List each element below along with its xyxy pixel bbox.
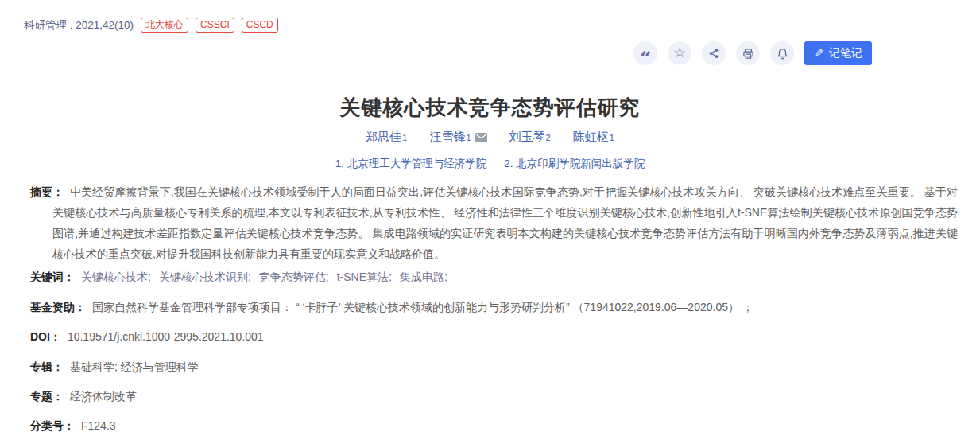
doi-section: DOI：10.19571/j.cnki.1000-2995.2021.10.00… — [30, 329, 958, 345]
fund-section: 基金资助：国家自然科学基金管理科学部专项项目： “ ‘卡脖子’ 关键核心技术领域… — [30, 299, 958, 315]
album-value: 基础科学; 经济与管理科学 — [70, 360, 199, 373]
favorite-button[interactable]: ☆ — [668, 41, 691, 65]
journal-source-row: 科研管理 . 2021,42(10) 北大核心 CSSCI CSCD — [24, 18, 278, 33]
abstract-text: 中美经贸摩擦背景下,我国在关键核心技术领域受制于人的局面日益突出,评估关键核心技… — [52, 185, 958, 260]
abstract-section: 摘要：中美经贸摩擦背景下,我国在关键核心技术领域受制于人的局面日益突出,评估关键… — [30, 181, 958, 264]
affiliation-link[interactable]: 1. 北京理工大学管理与经济学院 — [335, 157, 487, 171]
fund-project-link[interactable]: 国家自然科学基金管理科学部专项项目： “ ‘卡脖子’ 关键核心技术领域的创新能力… — [92, 301, 753, 313]
topic-value: 经济体制改革 — [70, 390, 137, 403]
keyword-link[interactable]: t-SNE算法; — [337, 271, 392, 283]
share-button[interactable] — [702, 41, 726, 65]
author-link[interactable]: 陈虹枢1 — [573, 130, 614, 145]
star-icon: ☆ — [673, 46, 685, 60]
classification-label: 分类号： — [30, 419, 75, 432]
share-icon — [708, 48, 719, 59]
author-link[interactable]: 刘玉琴2 — [509, 130, 551, 145]
take-note-button[interactable]: ✎ 记笔记 — [804, 41, 872, 65]
alert-button[interactable] — [770, 41, 794, 65]
doi-value: 10.19571/j.cnki.1000-2995.2021.10.001 — [68, 330, 264, 343]
authors-row: 郑思佳1 汪雪锋1 刘玉琴2 陈虹枢1 — [0, 130, 980, 145]
affiliation-link[interactable]: 2. 北京印刷学院新闻出版学院 — [504, 157, 645, 171]
classification-section: 分类号：F124.3 — [30, 418, 958, 434]
citation-quote-button[interactable]: “ — [633, 41, 657, 65]
doi-label: DOI： — [30, 330, 61, 343]
keyword-link[interactable]: 关键核心技术; — [81, 271, 151, 283]
print-button[interactable] — [736, 41, 760, 65]
bell-icon — [777, 48, 788, 60]
journal-link[interactable]: 科研管理 . 2021,42(10) — [24, 18, 134, 33]
abstract-label: 摘要： — [30, 185, 64, 198]
keyword-link[interactable]: 关键核心技术识别; — [159, 271, 251, 283]
classification-value: F124.3 — [81, 419, 116, 432]
top-divider — [0, 6, 980, 6]
keywords-label: 关键词： — [30, 271, 75, 283]
author-link-corresponding[interactable]: 汪雪锋1 — [429, 130, 486, 145]
keywords-section: 关键词：关键核心技术;关键核心技术识别;竞争态势评估;t-SNE算法;集成电路; — [30, 269, 958, 285]
email-icon — [475, 133, 487, 142]
badge-cscd: CSCD — [242, 18, 278, 33]
album-section: 专辑：基础科学; 经济与管理科学 — [30, 359, 958, 375]
badge-pku-core: 北大核心 — [141, 18, 188, 33]
article-title: 关键核心技术竞争态势评估研究 — [0, 94, 980, 122]
author-link[interactable]: 郑思佳1 — [366, 130, 407, 145]
pencil-icon: ✎ — [814, 46, 824, 60]
action-toolbar: “ ☆ ✎ 记笔记 — [633, 41, 872, 65]
album-label: 专辑： — [30, 360, 64, 373]
fund-label: 基金资助： — [30, 301, 86, 313]
affiliations-row: 1. 北京理工大学管理与经济学院 2. 北京印刷学院新闻出版学院 — [0, 157, 980, 171]
badge-cssci: CSSCI — [196, 18, 234, 33]
keyword-link[interactable]: 集成电路; — [400, 271, 447, 283]
take-note-label: 记笔记 — [829, 46, 862, 60]
topic-section: 专题：经济体制改革 — [30, 388, 958, 404]
keyword-link[interactable]: 竞争态势评估; — [259, 271, 329, 283]
printer-icon — [742, 48, 754, 60]
topic-label: 专题： — [30, 390, 64, 403]
